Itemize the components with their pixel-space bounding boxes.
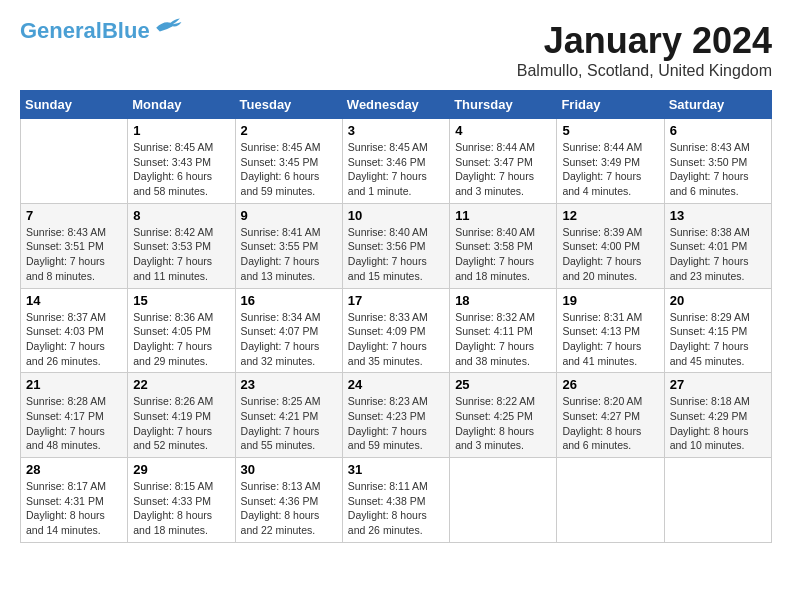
day-info: Sunrise: 8:44 AMSunset: 3:49 PMDaylight:… bbox=[562, 140, 658, 199]
calendar-cell: 15Sunrise: 8:36 AMSunset: 4:05 PMDayligh… bbox=[128, 288, 235, 373]
day-number: 8 bbox=[133, 208, 229, 223]
day-info: Sunrise: 8:40 AMSunset: 3:58 PMDaylight:… bbox=[455, 225, 551, 284]
page-header: GeneralBlue January 2024 Balmullo, Scotl… bbox=[20, 20, 772, 80]
column-header-sunday: Sunday bbox=[21, 91, 128, 119]
calendar-cell: 7Sunrise: 8:43 AMSunset: 3:51 PMDaylight… bbox=[21, 203, 128, 288]
calendar-week-row: 28Sunrise: 8:17 AMSunset: 4:31 PMDayligh… bbox=[21, 458, 772, 543]
day-info: Sunrise: 8:11 AMSunset: 4:38 PMDaylight:… bbox=[348, 479, 444, 538]
day-number: 10 bbox=[348, 208, 444, 223]
calendar-cell: 20Sunrise: 8:29 AMSunset: 4:15 PMDayligh… bbox=[664, 288, 771, 373]
calendar-cell: 2Sunrise: 8:45 AMSunset: 3:45 PMDaylight… bbox=[235, 119, 342, 204]
day-number: 1 bbox=[133, 123, 229, 138]
day-number: 16 bbox=[241, 293, 337, 308]
calendar-cell: 6Sunrise: 8:43 AMSunset: 3:50 PMDaylight… bbox=[664, 119, 771, 204]
day-number: 3 bbox=[348, 123, 444, 138]
day-info: Sunrise: 8:32 AMSunset: 4:11 PMDaylight:… bbox=[455, 310, 551, 369]
day-number: 25 bbox=[455, 377, 551, 392]
logo-text: GeneralBlue bbox=[20, 20, 150, 42]
day-number: 17 bbox=[348, 293, 444, 308]
day-info: Sunrise: 8:29 AMSunset: 4:15 PMDaylight:… bbox=[670, 310, 766, 369]
day-number: 26 bbox=[562, 377, 658, 392]
day-info: Sunrise: 8:42 AMSunset: 3:53 PMDaylight:… bbox=[133, 225, 229, 284]
calendar-cell: 23Sunrise: 8:25 AMSunset: 4:21 PMDayligh… bbox=[235, 373, 342, 458]
calendar-cell: 9Sunrise: 8:41 AMSunset: 3:55 PMDaylight… bbox=[235, 203, 342, 288]
day-number: 18 bbox=[455, 293, 551, 308]
calendar-week-row: 21Sunrise: 8:28 AMSunset: 4:17 PMDayligh… bbox=[21, 373, 772, 458]
day-number: 11 bbox=[455, 208, 551, 223]
calendar-cell: 24Sunrise: 8:23 AMSunset: 4:23 PMDayligh… bbox=[342, 373, 449, 458]
calendar-cell: 22Sunrise: 8:26 AMSunset: 4:19 PMDayligh… bbox=[128, 373, 235, 458]
day-info: Sunrise: 8:13 AMSunset: 4:36 PMDaylight:… bbox=[241, 479, 337, 538]
day-info: Sunrise: 8:23 AMSunset: 4:23 PMDaylight:… bbox=[348, 394, 444, 453]
calendar-cell bbox=[21, 119, 128, 204]
day-info: Sunrise: 8:39 AMSunset: 4:00 PMDaylight:… bbox=[562, 225, 658, 284]
calendar-cell: 3Sunrise: 8:45 AMSunset: 3:46 PMDaylight… bbox=[342, 119, 449, 204]
calendar-week-row: 1Sunrise: 8:45 AMSunset: 3:43 PMDaylight… bbox=[21, 119, 772, 204]
day-info: Sunrise: 8:17 AMSunset: 4:31 PMDaylight:… bbox=[26, 479, 122, 538]
day-info: Sunrise: 8:38 AMSunset: 4:01 PMDaylight:… bbox=[670, 225, 766, 284]
calendar-cell: 12Sunrise: 8:39 AMSunset: 4:00 PMDayligh… bbox=[557, 203, 664, 288]
column-header-saturday: Saturday bbox=[664, 91, 771, 119]
day-info: Sunrise: 8:37 AMSunset: 4:03 PMDaylight:… bbox=[26, 310, 122, 369]
day-info: Sunrise: 8:43 AMSunset: 3:50 PMDaylight:… bbox=[670, 140, 766, 199]
column-header-friday: Friday bbox=[557, 91, 664, 119]
day-number: 31 bbox=[348, 462, 444, 477]
calendar-cell: 16Sunrise: 8:34 AMSunset: 4:07 PMDayligh… bbox=[235, 288, 342, 373]
calendar-cell: 11Sunrise: 8:40 AMSunset: 3:58 PMDayligh… bbox=[450, 203, 557, 288]
calendar-cell: 28Sunrise: 8:17 AMSunset: 4:31 PMDayligh… bbox=[21, 458, 128, 543]
calendar-cell: 1Sunrise: 8:45 AMSunset: 3:43 PMDaylight… bbox=[128, 119, 235, 204]
calendar-cell: 4Sunrise: 8:44 AMSunset: 3:47 PMDaylight… bbox=[450, 119, 557, 204]
calendar-cell: 31Sunrise: 8:11 AMSunset: 4:38 PMDayligh… bbox=[342, 458, 449, 543]
calendar-cell: 17Sunrise: 8:33 AMSunset: 4:09 PMDayligh… bbox=[342, 288, 449, 373]
calendar-cell: 10Sunrise: 8:40 AMSunset: 3:56 PMDayligh… bbox=[342, 203, 449, 288]
day-number: 13 bbox=[670, 208, 766, 223]
column-header-monday: Monday bbox=[128, 91, 235, 119]
day-info: Sunrise: 8:34 AMSunset: 4:07 PMDaylight:… bbox=[241, 310, 337, 369]
calendar-cell bbox=[450, 458, 557, 543]
calendar-cell: 25Sunrise: 8:22 AMSunset: 4:25 PMDayligh… bbox=[450, 373, 557, 458]
day-info: Sunrise: 8:45 AMSunset: 3:46 PMDaylight:… bbox=[348, 140, 444, 199]
column-header-wednesday: Wednesday bbox=[342, 91, 449, 119]
calendar-cell: 26Sunrise: 8:20 AMSunset: 4:27 PMDayligh… bbox=[557, 373, 664, 458]
title-block: January 2024 Balmullo, Scotland, United … bbox=[517, 20, 772, 80]
day-number: 7 bbox=[26, 208, 122, 223]
day-number: 15 bbox=[133, 293, 229, 308]
day-number: 2 bbox=[241, 123, 337, 138]
day-number: 4 bbox=[455, 123, 551, 138]
day-number: 20 bbox=[670, 293, 766, 308]
day-number: 22 bbox=[133, 377, 229, 392]
calendar-week-row: 7Sunrise: 8:43 AMSunset: 3:51 PMDaylight… bbox=[21, 203, 772, 288]
day-number: 27 bbox=[670, 377, 766, 392]
day-info: Sunrise: 8:28 AMSunset: 4:17 PMDaylight:… bbox=[26, 394, 122, 453]
day-number: 24 bbox=[348, 377, 444, 392]
day-info: Sunrise: 8:20 AMSunset: 4:27 PMDaylight:… bbox=[562, 394, 658, 453]
day-info: Sunrise: 8:40 AMSunset: 3:56 PMDaylight:… bbox=[348, 225, 444, 284]
day-number: 29 bbox=[133, 462, 229, 477]
day-number: 9 bbox=[241, 208, 337, 223]
calendar-table: SundayMondayTuesdayWednesdayThursdayFrid… bbox=[20, 90, 772, 543]
day-info: Sunrise: 8:18 AMSunset: 4:29 PMDaylight:… bbox=[670, 394, 766, 453]
day-number: 19 bbox=[562, 293, 658, 308]
day-info: Sunrise: 8:41 AMSunset: 3:55 PMDaylight:… bbox=[241, 225, 337, 284]
column-header-tuesday: Tuesday bbox=[235, 91, 342, 119]
calendar-cell: 14Sunrise: 8:37 AMSunset: 4:03 PMDayligh… bbox=[21, 288, 128, 373]
day-info: Sunrise: 8:15 AMSunset: 4:33 PMDaylight:… bbox=[133, 479, 229, 538]
calendar-cell: 29Sunrise: 8:15 AMSunset: 4:33 PMDayligh… bbox=[128, 458, 235, 543]
day-info: Sunrise: 8:33 AMSunset: 4:09 PMDaylight:… bbox=[348, 310, 444, 369]
calendar-cell: 13Sunrise: 8:38 AMSunset: 4:01 PMDayligh… bbox=[664, 203, 771, 288]
day-number: 23 bbox=[241, 377, 337, 392]
calendar-cell bbox=[664, 458, 771, 543]
calendar-cell: 8Sunrise: 8:42 AMSunset: 3:53 PMDaylight… bbox=[128, 203, 235, 288]
day-info: Sunrise: 8:36 AMSunset: 4:05 PMDaylight:… bbox=[133, 310, 229, 369]
calendar-cell: 27Sunrise: 8:18 AMSunset: 4:29 PMDayligh… bbox=[664, 373, 771, 458]
day-info: Sunrise: 8:43 AMSunset: 3:51 PMDaylight:… bbox=[26, 225, 122, 284]
day-info: Sunrise: 8:45 AMSunset: 3:43 PMDaylight:… bbox=[133, 140, 229, 199]
day-number: 21 bbox=[26, 377, 122, 392]
column-header-thursday: Thursday bbox=[450, 91, 557, 119]
day-info: Sunrise: 8:26 AMSunset: 4:19 PMDaylight:… bbox=[133, 394, 229, 453]
calendar-cell: 21Sunrise: 8:28 AMSunset: 4:17 PMDayligh… bbox=[21, 373, 128, 458]
calendar-cell: 19Sunrise: 8:31 AMSunset: 4:13 PMDayligh… bbox=[557, 288, 664, 373]
day-number: 5 bbox=[562, 123, 658, 138]
day-number: 30 bbox=[241, 462, 337, 477]
calendar-week-row: 14Sunrise: 8:37 AMSunset: 4:03 PMDayligh… bbox=[21, 288, 772, 373]
